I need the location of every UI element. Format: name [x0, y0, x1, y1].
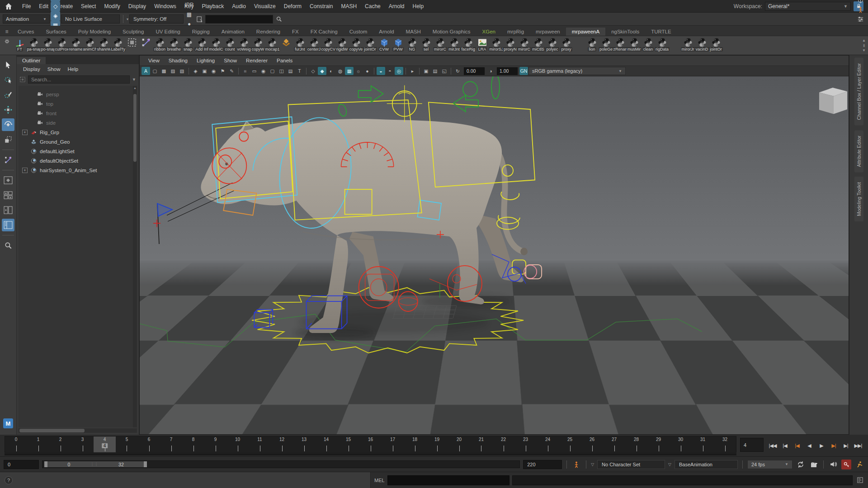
- shelf-item-rename[interactable]: rename: [69, 37, 83, 52]
- maya-logo-badge[interactable]: M: [3, 418, 13, 428]
- zoom-tool-icon[interactable]: [2, 239, 14, 252]
- shelf-tab-mrpaween[interactable]: mrpaween: [530, 28, 566, 36]
- range-slider-groove[interactable]: 0 ⋮⋮ 32: [42, 460, 520, 468]
- sidebar-tab-channel-box-layer-editor[interactable]: Channel Box / Layer Editor: [854, 58, 863, 126]
- shadows-icon[interactable]: ●: [363, 67, 372, 75]
- exposure-icon[interactable]: ↻: [453, 67, 462, 75]
- two-pane-layout-button[interactable]: [2, 204, 14, 216]
- select-tool[interactable]: [2, 59, 14, 71]
- playblast-icon[interactable]: [809, 460, 819, 469]
- shelf-item-mirorC[interactable]: mirorC: [433, 37, 447, 52]
- shelf-item-PVW[interactable]: PVW: [391, 37, 405, 52]
- motion-blur-icon[interactable]: ◓: [386, 67, 394, 75]
- select-by-name-input[interactable]: [205, 15, 273, 23]
- shelf-item-furJnt[interactable]: furJnt: [293, 37, 307, 52]
- outliner-item-hairSystem_0_Anim_Set[interactable]: +hairSystem_0_Anim_Set: [19, 165, 133, 175]
- sidebar-tab-modeling-toolkit[interactable]: Modeling Toolkit: [854, 177, 863, 221]
- ipr-render-icon[interactable]: IPR: [184, 0, 194, 9]
- shelf-item-count[interactable]: count: [223, 37, 237, 52]
- shelf-tab-mrpaweena[interactable]: mrpaweenA: [566, 28, 605, 36]
- paste-pixels-icon[interactable]: ▤: [431, 67, 439, 75]
- shelf-item-mirorC[interactable]: mirorC: [517, 37, 531, 52]
- shelf-scroll-arrows[interactable]: ▲▮▼: [861, 37, 867, 52]
- menu-display[interactable]: Display: [124, 3, 150, 9]
- shelf-item-zRenam[interactable]: zRenam: [613, 37, 627, 52]
- shelf-item-rigidW[interactable]: rigidW: [335, 37, 349, 52]
- shelf-item-LabelTy[interactable]: LabelTy: [111, 37, 125, 52]
- lock-camera-icon[interactable]: ▢: [151, 67, 159, 75]
- next-key-button[interactable]: ▶|: [828, 441, 839, 451]
- attribute-editor-toggle-icon[interactable]: [856, 14, 865, 24]
- menu-modify[interactable]: Modify: [100, 3, 124, 9]
- anim-layer-field[interactable]: BaseAnimation: [675, 460, 738, 469]
- lasso-tool[interactable]: [2, 74, 14, 86]
- shelf-item-shareW[interactable]: shareW: [97, 37, 111, 52]
- add-character-set-icon[interactable]: [571, 460, 581, 469]
- menu-cache[interactable]: Cache: [361, 3, 385, 9]
- shelf-tab-curves[interactable]: Curves: [12, 28, 40, 36]
- shelf-item-copyW[interactable]: copyW: [251, 37, 265, 52]
- viewport-menu-shading[interactable]: Shading: [165, 58, 192, 63]
- outliner-item-defaultObjectSet[interactable]: defaultObjectSet: [19, 156, 133, 165]
- single-pane-layout-button[interactable]: [2, 174, 14, 187]
- select-by-name-icon[interactable]: [195, 14, 204, 24]
- viewport-menu-view[interactable]: View: [144, 58, 164, 63]
- animation-start-field[interactable]: 0: [4, 460, 39, 469]
- scale-tool[interactable]: [2, 133, 14, 146]
- shelf-item-diamond[interactable]: [279, 37, 293, 52]
- shelf-item-FT[interactable]: FT: [13, 37, 27, 52]
- shelf-options-icon[interactable]: [1, 37, 13, 44]
- select-camera-icon[interactable]: A: [142, 67, 150, 75]
- wireframe-on-shaded-icon[interactable]: ◍: [336, 67, 344, 75]
- step-forward-frame-button[interactable]: ▶|: [840, 441, 851, 451]
- shelf-item-po-snap[interactable]: po-snap: [41, 37, 55, 52]
- play-forwards-button[interactable]: ▶: [816, 441, 827, 451]
- four-pane-layout-button[interactable]: [2, 189, 14, 202]
- viewport-menu-panels[interactable]: Panels: [273, 58, 297, 63]
- lights-icon[interactable]: ☼: [354, 67, 363, 75]
- shelf-tab-rendering[interactable]: Rendering: [250, 28, 286, 36]
- range-end-handle[interactable]: [144, 461, 147, 467]
- viewport-menu-renderer[interactable]: Renderer: [242, 58, 272, 63]
- sidebar-tab-attribute-editor[interactable]: Attribute Editor: [854, 130, 863, 172]
- shelf-tab-turtle[interactable]: TURTLE: [645, 28, 677, 36]
- rotate-tool[interactable]: [2, 118, 14, 131]
- rig-tail-tip-control[interactable]: [526, 265, 542, 279]
- colorspace-dropdown[interactable]: sRGB gamma (legacy)▼: [528, 67, 626, 75]
- shelf-item-mirJnt[interactable]: mirJnt: [447, 37, 461, 52]
- shelf-tab-animation[interactable]: Animation: [216, 28, 250, 36]
- timeline-ruler[interactable]: 0123456789101112131415161718192021222324…: [5, 436, 736, 453]
- viewport-gamma-field[interactable]: 1.00: [497, 67, 518, 75]
- shelf-tab-ngskintools[interactable]: ngSkinTools: [605, 28, 645, 36]
- go-to-end-button[interactable]: ▶▶|: [853, 441, 863, 451]
- shelf-item-voWeig[interactable]: voWeig: [237, 37, 251, 52]
- shelf-item-CVW[interactable]: CVW: [377, 37, 391, 52]
- shelf-item-NG[interactable]: NG: [405, 37, 419, 52]
- shelf-item-cutProx[interactable]: cutProx: [55, 37, 69, 52]
- shelf-item-LRA[interactable]: LRA: [475, 37, 489, 52]
- range-start-handle[interactable]: [44, 461, 47, 467]
- character-set-dropdown[interactable]: No Character Set: [597, 460, 665, 469]
- shelf-item-mocap1[interactable]: mocap1: [265, 37, 279, 52]
- shelf-item-mirorJr[interactable]: mirorJr: [681, 37, 695, 52]
- view-reference-cube[interactable]: RIGHT: [819, 76, 847, 114]
- menu-file[interactable]: File: [18, 3, 35, 9]
- shelf-tab-mrprig[interactable]: mrpRig: [501, 28, 530, 36]
- grid-toggle-icon[interactable]: ⌗: [241, 67, 250, 75]
- menu-arnold[interactable]: Arnold: [385, 3, 409, 9]
- shelf-item-sel[interactable]: sel: [419, 37, 433, 52]
- menu-deform[interactable]: Deform: [280, 3, 306, 9]
- safe-action-icon[interactable]: ▤: [286, 67, 295, 75]
- shelf-item-copyCV[interactable]: copyCV: [321, 37, 335, 52]
- maya-home-icon[interactable]: [5, 2, 13, 10]
- viewport-exposure-field[interactable]: 0.00: [464, 67, 485, 75]
- shelf-menu-icon[interactable]: ≡: [2, 28, 12, 35]
- outliner-tab[interactable]: Outliner: [17, 57, 46, 64]
- expand-icon[interactable]: +: [22, 168, 28, 173]
- playback-loop-icon[interactable]: [796, 460, 806, 469]
- bookmark-icon[interactable]: ▨: [169, 67, 177, 75]
- anim-layer-menu-icon[interactable]: ▽: [668, 462, 671, 467]
- menu-edit[interactable]: Edit: [35, 3, 52, 9]
- outliner-item-Rig_Grp[interactable]: +Rig_Grp: [19, 127, 133, 137]
- animation-end-field[interactable]: 220: [523, 460, 562, 469]
